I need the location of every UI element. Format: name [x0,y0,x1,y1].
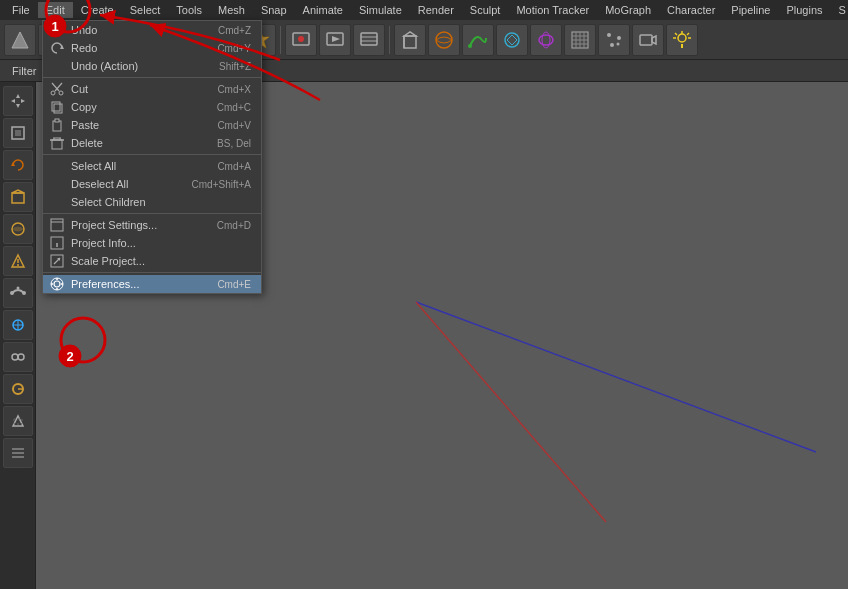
svg-point-36 [678,34,686,42]
menu-paste[interactable]: Paste Cmd+V [43,116,261,134]
sidebar-btn-7[interactable] [3,278,33,308]
menu-project-settings[interactable]: Project Settings... Cmd+D [43,216,261,234]
mode-btn-1[interactable] [4,24,36,56]
menu-tools[interactable]: Tools [168,2,210,18]
svg-point-74 [51,91,55,95]
menu-select[interactable]: Select [122,2,169,18]
delete-icon [47,133,67,153]
scale-project-icon [47,251,67,271]
menubar: File Edit Create Select Tools Mesh Snap … [0,0,848,20]
svg-rect-34 [640,35,652,45]
play-btn[interactable] [319,24,351,56]
undo-label: Undo [71,24,97,36]
sidebar-btn-5[interactable] [3,214,33,244]
sep-d [43,272,261,273]
svg-rect-15 [404,36,416,48]
svg-point-21 [539,35,553,45]
menu-sculpt[interactable]: Sculpt [462,2,509,18]
spline-btn[interactable] [462,24,494,56]
svg-marker-51 [12,190,24,193]
menu-preferences[interactable]: Preferences... Cmd+E [43,275,261,293]
menu-undo-action[interactable]: Undo (Action) Shift+Z [43,57,261,75]
menu-select-all[interactable]: Select All Cmd+A [43,157,261,175]
paste-shortcut: Cmd+V [217,120,251,131]
cut-icon [47,79,67,99]
menu-cut[interactable]: Cut Cmd+X [43,80,261,98]
paste-label: Paste [71,119,99,131]
effector-btn[interactable] [496,24,528,56]
menu-create[interactable]: Create [73,2,122,18]
menu-animate[interactable]: Animate [295,2,351,18]
menu-undo[interactable]: Undo Cmd+Z [43,21,261,39]
sidebar-btn-obj[interactable] [3,182,33,212]
redo-icon [47,38,67,58]
sidebar-btn-rotate[interactable] [3,150,33,180]
project-info-label: Project Info... [71,237,136,249]
svg-marker-44 [16,104,20,108]
menu-s[interactable]: S [831,2,848,18]
menu-file[interactable]: File [4,2,38,18]
cube-btn[interactable] [394,24,426,56]
menu-edit[interactable]: Edit [38,2,73,18]
texture-btn[interactable] [564,24,596,56]
undo-action-label: Undo (Action) [71,60,138,72]
sidebar-btn-11[interactable] [3,406,33,436]
menu-render[interactable]: Render [410,2,462,18]
redo-label: Redo [71,42,97,54]
menu-simulate[interactable]: Simulate [351,2,410,18]
menu-plugins[interactable]: Plugins [778,2,830,18]
menu-delete[interactable]: Delete BS, Del [43,134,261,152]
sidebar-btn-10[interactable] [3,374,33,404]
record-btn[interactable] [285,24,317,56]
menu-character[interactable]: Character [659,2,723,18]
light-btn[interactable] [666,24,698,56]
svg-point-75 [59,91,63,95]
svg-point-57 [22,291,26,295]
project-settings-shortcut: Cmd+D [217,220,251,231]
svg-point-18 [436,32,452,48]
menu-redo[interactable]: Redo Cmd+Y [43,39,261,57]
sep-4 [389,26,390,54]
menu-select-children[interactable]: Select Children [43,193,261,211]
svg-rect-78 [54,104,62,113]
svg-point-32 [610,43,614,47]
deselect-all-label: Deselect All [71,178,128,190]
sep-c [43,213,261,214]
menu-scale-project[interactable]: Scale Project... [43,252,261,270]
copy-icon [47,97,67,117]
particles-btn[interactable] [598,24,630,56]
menu-copy[interactable]: Copy Cmd+C [43,98,261,116]
paste-icon [47,115,67,135]
svg-line-40 [687,33,689,35]
sphere-btn[interactable] [428,24,460,56]
svg-rect-87 [51,219,63,231]
svg-rect-12 [361,33,377,45]
sidebar-btn-9[interactable] [3,342,33,372]
sidebar-btn-8[interactable] [3,310,33,340]
copy-label: Copy [71,101,97,113]
menu-mograph[interactable]: MoGraph [597,2,659,18]
svg-point-55 [17,264,19,266]
deformer-btn[interactable] [530,24,562,56]
sep-a [43,77,261,78]
sidebar-btn-scale[interactable] [3,118,33,148]
menu-deselect-all[interactable]: Deselect All Cmd+Shift+A [43,175,261,193]
menu-pipeline[interactable]: Pipeline [723,2,778,18]
menu-project-info[interactable]: Project Info... [43,234,261,252]
delete-label: Delete [71,137,103,149]
menu-motion-tracker[interactable]: Motion Tracker [508,2,597,18]
playback-buttons [285,24,385,56]
film-btn[interactable] [353,24,385,56]
filter-btn[interactable]: Filter [4,63,44,79]
left-sidebar [0,82,36,589]
select-children-icon [47,192,67,212]
svg-rect-50 [12,193,24,203]
svg-point-63 [18,354,24,360]
menu-snap[interactable]: Snap [253,2,295,18]
sidebar-btn-6[interactable] [3,246,33,276]
sidebar-btn-move[interactable] [3,86,33,116]
camera-btn[interactable] [632,24,664,56]
sidebar-btn-12[interactable] [3,438,33,468]
menu-mesh[interactable]: Mesh [210,2,253,18]
svg-point-62 [12,354,18,360]
